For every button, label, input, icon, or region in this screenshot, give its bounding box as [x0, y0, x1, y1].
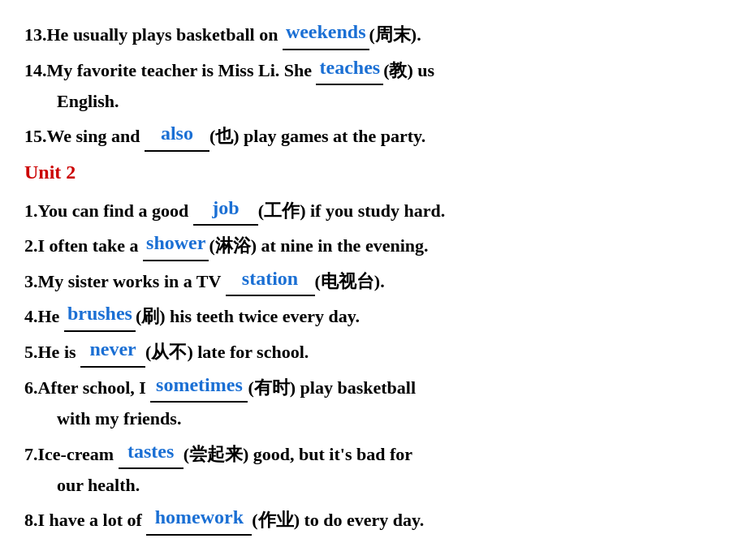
- u2-sentence-3: 3.My sister works in a TV station(电视台).: [24, 263, 723, 297]
- blank-sometimes: sometimes: [150, 369, 248, 403]
- blank-brushes: brushes: [64, 298, 136, 332]
- u2-sentence-1: 1.You can find a good job(工作) if you stu…: [24, 192, 723, 226]
- sentence-14-text: 14.My favorite teacher is Miss Li. She: [24, 60, 316, 80]
- sentence-13-end: (周末).: [369, 24, 421, 45]
- sentence-14: 14.My favorite teacher is Miss Li. She t…: [24, 52, 723, 86]
- sentence-13: 13.He usually plays basketball on weeken…: [24, 16, 723, 50]
- blank-homework: homework: [146, 502, 252, 536]
- sentence-14-end: (教) us: [383, 60, 434, 80]
- u2-sentence-7: 7.Ice-cream tastes(尝起来) good, but it's b…: [24, 436, 723, 470]
- blank-weekends: weekends: [283, 16, 369, 50]
- u2-sentence-7-cont: our health.: [57, 471, 723, 500]
- sentence-15-end: (也) play games at the party.: [209, 127, 425, 147]
- sentence-15: 15.We sing and also(也) play games at the…: [24, 118, 723, 152]
- blank-also: also: [145, 118, 209, 152]
- u2-sentence-4: 4.He brushes(刷) his teeth twice every da…: [24, 298, 723, 332]
- u2-sentence-2: 2.I often take a shower(淋浴) at nine in t…: [24, 227, 723, 261]
- blank-tastes: tastes: [119, 436, 184, 470]
- sentence-13-text: 13.He usually plays basketball on: [24, 24, 283, 45]
- sentence-15-text: 15.We sing and: [24, 127, 145, 147]
- blank-never: never: [80, 334, 145, 368]
- blank-teaches: teaches: [316, 52, 383, 86]
- unit-2-label: Unit 2: [24, 157, 723, 189]
- u2-sentence-6-cont: with my friends.: [57, 404, 723, 433]
- u2-sentence-8: 8.I have a lot of homework(作业) to do eve…: [24, 502, 723, 536]
- blank-station: station: [226, 263, 315, 297]
- u2-sentence-5: 5.He is never(从不) late for school.: [24, 334, 723, 368]
- blank-shower: shower: [143, 227, 209, 261]
- blank-job: job: [193, 192, 258, 226]
- sentence-14-cont: English.: [57, 87, 723, 116]
- u2-sentence-6: 6.After school, I sometimes(有时) play bas…: [24, 369, 723, 403]
